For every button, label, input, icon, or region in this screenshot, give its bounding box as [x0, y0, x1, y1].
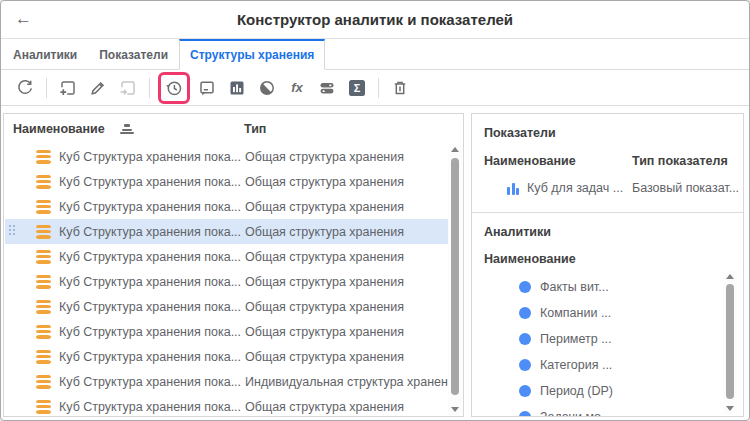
tab[interactable]: Аналитики — [2, 39, 88, 69]
structure-rows-button[interactable] — [314, 75, 340, 101]
scroll-down-icon[interactable] — [726, 406, 734, 411]
history-highlight-box — [158, 72, 190, 104]
scrollbar[interactable] — [723, 271, 737, 414]
bar-chart-button[interactable] — [224, 75, 250, 101]
table-row[interactable]: Куб Структура хранения пока... Общая стр… — [5, 219, 448, 244]
sort-icon[interactable] — [120, 124, 134, 134]
analytics-title: Аналитики — [484, 225, 731, 239]
table-row[interactable]: Куб Структура хранения пока... Общая стр… — [5, 344, 448, 369]
table-row[interactable]: Куб Структура хранения пока... Общая стр… — [5, 319, 448, 344]
cube-icon — [36, 150, 51, 164]
analytics-item[interactable]: Факты вит... — [484, 274, 731, 300]
indicators-title: Показатели — [484, 126, 731, 140]
indicators-section: Показатели Наименование Тип показателя К… — [472, 114, 743, 213]
row-type: Общая структура хранения — [245, 225, 404, 239]
row-type: Общая структура хранения — [245, 350, 404, 364]
indicator-chart-icon — [507, 182, 521, 195]
scroll-up-icon[interactable] — [451, 147, 459, 152]
row-type: Индивидуальная структура хранения — [245, 375, 448, 389]
window-header: ← Конструктор аналитик и показателей — [1, 1, 749, 39]
row-name: Куб Структура хранения пока... — [59, 225, 244, 239]
scroll-up-icon[interactable] — [726, 274, 734, 279]
row-type: Общая структура хранения — [245, 400, 404, 414]
analytic-circle-icon — [519, 359, 531, 371]
analytics-item[interactable]: Компании ... — [484, 300, 731, 326]
contrast-button[interactable] — [254, 75, 280, 101]
table-row[interactable]: Куб Структура хранения пока... Индивидуа… — [5, 369, 448, 394]
analytics-item[interactable]: Категория ... — [484, 352, 731, 378]
storage-structures-panel: Наименование Тип Куб Структура хранения … — [3, 113, 464, 417]
cube-icon — [36, 225, 51, 239]
toolbar-divider — [149, 78, 150, 98]
tab-label: Структуры хранения — [190, 48, 314, 62]
scrollbar-thumb[interactable] — [726, 284, 734, 399]
analytic-circle-icon — [519, 281, 531, 293]
analytic-name: Факты вит... — [540, 280, 609, 294]
indicator-row[interactable]: Куб для задач ... Базовый показат... — [484, 181, 731, 195]
row-name: Куб Структура хранения пока... — [59, 250, 244, 264]
table-row[interactable]: Куб Структура хранения пока... Общая стр… — [5, 394, 448, 415]
cube-icon — [36, 350, 51, 364]
scroll-down-icon[interactable] — [451, 407, 459, 412]
cube-icon — [36, 200, 51, 214]
edit-button[interactable] — [85, 75, 111, 101]
analytics-list: Факты вит... Компании ... Периметр ... — [484, 274, 731, 416]
analytic-name: Периметр ... — [540, 332, 612, 346]
tab-label: Показатели — [99, 48, 168, 62]
analytic-circle-icon — [519, 333, 531, 345]
table-row[interactable]: Куб Структура хранения пока... Общая стр… — [5, 294, 448, 319]
tab[interactable]: Показатели — [88, 39, 179, 69]
sum-sigma-button[interactable]: Σ — [344, 75, 370, 101]
copy-button-disabled — [115, 75, 141, 101]
cube-icon — [36, 325, 51, 339]
column-header-name: Наименование — [484, 154, 632, 168]
fx-icon: fx — [291, 80, 303, 95]
row-name: Куб Структура хранения пока... — [59, 200, 244, 214]
table-row[interactable]: Куб Структура хранения пока... Общая стр… — [5, 194, 448, 219]
toolbar-divider — [378, 78, 379, 98]
cube-icon — [36, 375, 51, 389]
cube-icon — [36, 250, 51, 264]
row-name: Куб Структура хранения пока... — [59, 300, 244, 314]
table-row[interactable]: Куб Структура хранения пока... Общая стр… — [5, 144, 448, 169]
analytics-item[interactable]: Период (DP) — [484, 378, 731, 404]
column-header-type: Тип — [244, 122, 266, 136]
sigma-icon: Σ — [349, 80, 365, 96]
scrollbar-thumb[interactable] — [451, 158, 459, 395]
drag-handle-icon[interactable] — [9, 225, 15, 235]
tab[interactable]: Структуры хранения — [179, 39, 325, 70]
history-button[interactable] — [161, 75, 187, 101]
scrollbar[interactable] — [448, 144, 462, 415]
row-name: Куб Структура хранения пока... — [59, 175, 244, 189]
add-button[interactable] — [55, 75, 81, 101]
row-type: Общая структура хранения — [245, 275, 404, 289]
row-type: Общая структура хранения — [245, 150, 404, 164]
toolbar-divider — [46, 78, 47, 98]
indicator-name: Куб для задач ... — [527, 181, 623, 195]
table-header: Наименование Тип — [4, 114, 463, 144]
table-row[interactable]: Куб Структура хранения пока... Общая стр… — [5, 269, 448, 294]
row-type: Общая структура хранения — [245, 175, 404, 189]
comment-form-button[interactable] — [194, 75, 220, 101]
formula-fx-button[interactable]: fx — [284, 75, 310, 101]
table-row[interactable]: Куб Структура хранения пока... Общая стр… — [5, 244, 448, 269]
content-area: Наименование Тип Куб Структура хранения … — [1, 106, 749, 420]
indicators-rows: Куб для задач ... Базовый показат... — [484, 181, 731, 195]
row-name: Куб Структура хранения пока... — [59, 400, 244, 414]
analytic-name: Задачи мо... — [540, 410, 611, 416]
column-header-type: Тип показателя — [632, 154, 728, 168]
analytics-item[interactable]: Периметр ... — [484, 326, 731, 352]
cube-icon — [36, 275, 51, 289]
row-type: Общая структура хранения — [245, 250, 404, 264]
table-row[interactable]: Куб Структура хранения пока... Общая стр… — [5, 169, 448, 194]
analytic-name: Компании ... — [540, 306, 611, 320]
details-panel: Показатели Наименование Тип показателя К… — [471, 113, 744, 417]
refresh-button[interactable] — [12, 75, 38, 101]
analytic-name: Период (DP) — [540, 384, 613, 398]
row-type: Общая структура хранения — [245, 325, 404, 339]
row-name: Куб Структура хранения пока... — [59, 375, 244, 389]
analytics-item[interactable]: Задачи мо... — [484, 404, 731, 416]
delete-button[interactable] — [387, 75, 413, 101]
back-arrow-icon[interactable]: ← — [15, 9, 32, 29]
analytics-section: Аналитики Наименование Факты вит... Комп… — [472, 213, 743, 416]
